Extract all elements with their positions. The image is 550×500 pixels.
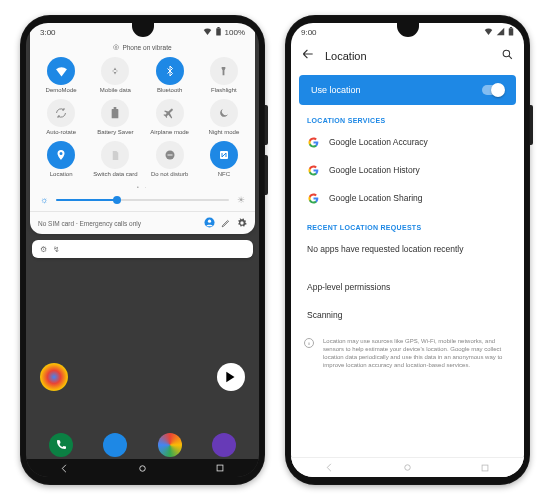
play-store-icon[interactable] — [217, 363, 245, 391]
brightness-slider[interactable] — [56, 199, 229, 201]
svg-rect-2 — [112, 109, 119, 118]
gear-icon[interactable] — [237, 218, 247, 229]
qs-tile-mobile-data[interactable]: Mobile data — [88, 57, 142, 93]
svg-rect-5 — [167, 155, 172, 156]
navigation-bar — [26, 459, 259, 477]
qs-tile-label: Location — [50, 171, 73, 177]
app-level-permissions-item[interactable]: App-level permissions — [291, 273, 524, 301]
qs-tile-battery-saver[interactable]: Battery Saver — [88, 99, 142, 135]
brightness-low-icon: ☼ — [40, 195, 48, 205]
back-button[interactable] — [59, 462, 71, 474]
nfc-icon — [210, 141, 238, 169]
use-location-toggle[interactable] — [482, 85, 504, 95]
brightness-high-icon: ☀ — [237, 195, 245, 205]
battery-status-icon — [215, 27, 222, 38]
search-icon[interactable] — [501, 47, 514, 65]
service-label: Google Location History — [329, 165, 420, 175]
info-icon — [303, 337, 315, 369]
service-label: Google Location Sharing — [329, 193, 423, 203]
back-button[interactable] — [324, 462, 336, 474]
qs-tile-demomode[interactable]: DemoMode — [34, 57, 88, 93]
qs-tile-auto-rotate[interactable]: Auto-rotate — [34, 99, 88, 135]
qs-tile-night-mode[interactable]: Night mode — [197, 99, 251, 135]
svg-rect-16 — [482, 465, 488, 471]
user-icon[interactable] — [204, 217, 215, 229]
battery-percent: 100% — [225, 28, 245, 37]
search-mic-icon: ↯ — [53, 245, 60, 254]
recents-button[interactable] — [214, 462, 226, 474]
wifi-status-icon — [484, 27, 493, 38]
sim-status-row: No SIM card · Emergency calls only — [30, 211, 255, 234]
svg-rect-3 — [114, 107, 117, 109]
svg-rect-12 — [510, 27, 512, 28]
qs-tile-label: Night mode — [209, 129, 240, 135]
qs-tile-do-not-disturb[interactable]: Do not disturb — [143, 141, 197, 177]
svg-point-8 — [208, 220, 211, 223]
battery-icon — [101, 99, 129, 127]
recent-requests-empty: No apps have requested location recently — [291, 235, 524, 263]
scanning-item[interactable]: Scanning — [291, 301, 524, 329]
location-services-header: LOCATION SERVICES — [291, 105, 524, 128]
moon-icon — [210, 99, 238, 127]
google-logo-icon — [307, 136, 319, 148]
google-folder-icon[interactable] — [40, 363, 68, 391]
status-time: 9:00 — [301, 28, 317, 37]
qs-tile-label: Do not disturb — [151, 171, 188, 177]
service-label: Google Location Accuracy — [329, 137, 428, 147]
qs-tile-bluetooth[interactable]: Bluetooth — [143, 57, 197, 93]
recents-button[interactable] — [479, 462, 491, 474]
wifi-status-icon — [203, 27, 212, 38]
svg-rect-10 — [217, 465, 223, 471]
sim-icon — [101, 141, 129, 169]
search-gear-icon: ⚙ — [40, 245, 47, 254]
page-title: Location — [325, 50, 491, 62]
qs-tiles-grid: DemoModeMobile dataBluetoothFlashlightAu… — [30, 55, 255, 183]
qs-tile-label: DemoMode — [46, 87, 77, 93]
qs-tile-location[interactable]: Location — [34, 141, 88, 177]
use-location-card[interactable]: Use location — [299, 75, 516, 105]
camera-app-icon[interactable] — [212, 433, 236, 457]
qs-tile-label: Switch data card — [93, 171, 137, 177]
location-service-item[interactable]: Google Location Sharing — [291, 184, 524, 212]
qs-tile-switch-data-card[interactable]: Switch data card — [88, 141, 142, 177]
dnd-icon — [156, 141, 184, 169]
location-icon — [47, 141, 75, 169]
svg-point-9 — [140, 465, 146, 471]
home-button[interactable] — [136, 462, 148, 474]
location-service-item[interactable]: Google Location History — [291, 156, 524, 184]
svg-rect-1 — [217, 27, 219, 28]
signal-status-icon — [496, 27, 505, 38]
back-arrow-icon[interactable] — [301, 47, 315, 65]
qs-tile-nfc[interactable]: NFC — [197, 141, 251, 177]
phone-app-icon[interactable] — [49, 433, 73, 457]
sim-status-text: No SIM card · Emergency calls only — [38, 220, 141, 227]
svg-point-15 — [405, 465, 411, 471]
svg-rect-11 — [509, 28, 514, 35]
bluetooth-icon — [156, 57, 184, 85]
chrome-app-icon[interactable] — [158, 433, 182, 457]
page-indicator: • · — [30, 183, 255, 191]
messages-app-icon[interactable] — [103, 433, 127, 457]
home-button[interactable] — [401, 462, 413, 474]
vibrate-icon: ◎ — [113, 43, 119, 51]
quick-settings-panel: 3:00 100% ◎ Phone on vibrate DemoModeMob… — [30, 23, 255, 234]
status-time: 3:00 — [40, 28, 56, 37]
wifi-icon — [47, 57, 75, 85]
vibrate-label: ◎ Phone on vibrate — [30, 41, 255, 55]
phone-device-right: 9:00 Location Use location LOCATION SERV… — [285, 15, 530, 485]
location-footer-note: Location may use sources like GPS, Wi-Fi… — [291, 329, 524, 379]
qs-tile-airplane-mode[interactable]: Airplane mode — [143, 99, 197, 135]
screen-right: 9:00 Location Use location LOCATION SERV… — [291, 23, 524, 477]
qs-tile-label: Airplane mode — [150, 129, 189, 135]
qs-tile-flashlight[interactable]: Flashlight — [197, 57, 251, 93]
use-location-label: Use location — [311, 85, 361, 95]
google-logo-icon — [307, 192, 319, 204]
dock — [26, 433, 259, 457]
qs-tile-label: Mobile data — [100, 87, 131, 93]
location-service-item[interactable]: Google Location Accuracy — [291, 128, 524, 156]
search-card[interactable]: ⚙ ↯ — [32, 240, 253, 258]
qs-tile-label: Battery Saver — [97, 129, 133, 135]
navigation-bar — [291, 457, 524, 477]
phone-device-left: 3:00 100% ◎ Phone on vibrate DemoModeMob… — [20, 15, 265, 485]
edit-icon[interactable] — [221, 218, 231, 229]
